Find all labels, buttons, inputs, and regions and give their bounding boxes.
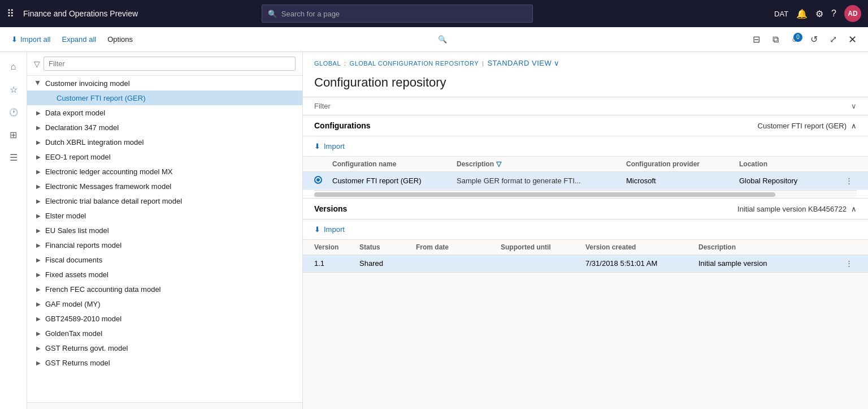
filter-icon: ▽ [34, 59, 40, 68]
settings-icon[interactable]: ⚙ [815, 8, 823, 19]
list-item[interactable]: ▶ Dutch XBRL integration model [27, 135, 302, 149]
filter-collapse-icon[interactable]: ∨ [851, 102, 857, 110]
bookmark-button[interactable]: ⊟ [747, 31, 765, 49]
table-row[interactable]: Customer FTI report (GER) Sample GER for… [303, 172, 868, 190]
search-placeholder: Search for a page [281, 10, 340, 18]
grid-menu-icon[interactable]: ⠿ [7, 7, 14, 20]
list-item[interactable]: ▶ Fixed assets model [27, 267, 302, 282]
list-item[interactable]: ▶ Electronic Messages framework model [27, 179, 302, 193]
detach-button[interactable]: ⧉ [766, 31, 784, 49]
row-description: Sample GER format to generate FTI... [457, 176, 626, 185]
configurations-import-button[interactable]: ⬇ Import [314, 140, 345, 153]
list-item[interactable]: ▶ GST Returns model [27, 355, 302, 370]
chevron-icon: ▶ [34, 255, 43, 264]
list-item[interactable]: ▶ Elster model [27, 208, 302, 223]
list-item[interactable]: ▶ GST Returns govt. model [27, 341, 302, 355]
chevron-icon: ▶ [34, 299, 43, 308]
versions-collapse-icon[interactable]: ∧ [851, 205, 857, 213]
ver-row-created: 7/31/2018 5:51:01 AM [585, 259, 698, 268]
col-header-name: Configuration name [332, 160, 457, 168]
list-item[interactable]: ▶ Electronic trial balance detail report… [27, 193, 302, 208]
row-radio[interactable] [314, 176, 332, 186]
chevron-icon: ▶ [34, 358, 43, 367]
expand-all-button[interactable]: Expand all [57, 33, 101, 46]
versions-header: Versions Initial sample version KB445672… [303, 199, 868, 219]
import-all-button[interactable]: ⬇ Import all [7, 33, 55, 46]
ver-row-more-icon[interactable]: ⋮ [845, 259, 857, 268]
nav-workspaces-icon[interactable]: ⊞ [3, 124, 24, 145]
list-item[interactable]: ▶ GBT24589-2010 model [27, 311, 302, 326]
table-row[interactable]: 1.1 Shared 7/31/2018 5:51:01 AM Initial … [303, 255, 868, 272]
configs-scrollbar[interactable] [314, 190, 857, 198]
filter-label: Filter [314, 102, 331, 110]
list-item[interactable]: ▶ GoldenTax model [27, 326, 302, 341]
row-provider: Microsoft [626, 176, 739, 185]
notifications-icon[interactable]: 🔔 [796, 8, 808, 19]
page-title: Configuration repository [314, 71, 857, 97]
refresh-button[interactable]: ↺ [805, 31, 823, 49]
chevron-icon: ▶ [34, 152, 43, 161]
row-location: Global Repository [739, 176, 845, 185]
badge-count: 0 [793, 33, 802, 42]
list-item[interactable]: ▶ Customer invoicing model [27, 76, 302, 91]
chevron-icon: ▶ [34, 285, 43, 294]
nav-list-icon[interactable]: ☰ [3, 147, 24, 167]
nav-recent-icon[interactable]: 🕐 [3, 102, 24, 122]
filter-bar: Filter ∨ [303, 97, 868, 115]
col-header-provider: Configuration provider [626, 160, 739, 168]
tree-scroll[interactable]: ▶ Customer invoicing model ▶ Customer FT… [27, 76, 302, 402]
close-button[interactable]: ✕ [843, 31, 861, 49]
chevron-icon: ▶ [34, 137, 43, 147]
list-item[interactable]: ▶ Fiscal documents [27, 252, 302, 267]
ver-row-description: Initial sample version [698, 259, 845, 268]
versions-header-right: Initial sample version KB4456722 ∧ [737, 205, 857, 213]
breadcrumb-global[interactable]: GLOBAL [314, 60, 341, 67]
tree-horizontal-scrollbar[interactable] [27, 402, 302, 409]
toolbar-search-icon[interactable]: 🔍 [438, 35, 447, 44]
list-item[interactable]: ▶ Data export model [27, 105, 302, 120]
list-item[interactable]: ▶ Financial reports model [27, 238, 302, 252]
open-new-button[interactable]: ⤢ [824, 31, 842, 49]
versions-selected-label: Initial sample version KB4456722 [737, 205, 847, 213]
chevron-icon: ▶ [34, 240, 43, 249]
import-down-icon2: ⬇ [314, 225, 320, 234]
list-item[interactable]: ▶ GAF model (MY) [27, 296, 302, 311]
tree-panel: ▽ ▶ Customer invoicing model ▶ Customer … [27, 52, 303, 409]
badge-wrap: ○ 0 [785, 31, 804, 49]
versions-title: Versions [314, 204, 347, 213]
configurations-collapse-icon[interactable]: ∧ [851, 122, 857, 130]
list-item[interactable]: ▶ EEO-1 report model [27, 149, 302, 164]
configurations-selected-label: Customer FTI report (GER) [758, 122, 847, 130]
list-item[interactable]: ▶ Customer FTI report (GER) [27, 91, 302, 105]
list-item[interactable]: ▶ French FEC accounting data model [27, 282, 302, 296]
row-config-name: Customer FTI report (GER) [332, 176, 457, 185]
top-nav-right: DAT 🔔 ⚙ ? AD [774, 5, 861, 22]
row-more-icon[interactable]: ⋮ [845, 176, 857, 185]
app-title: Finance and Operations Preview [23, 9, 138, 18]
list-item[interactable]: ▶ Declaration 347 model [27, 120, 302, 135]
global-search[interactable]: 🔍 Search for a page [262, 5, 533, 23]
nav-favorites-icon[interactable]: ☆ [3, 79, 24, 100]
options-button[interactable]: Options [103, 33, 137, 46]
chevron-icon: ▶ [34, 343, 43, 352]
import-down-icon: ⬇ [314, 142, 320, 150]
list-item[interactable]: ▶ Electronic ledger accounting model MX [27, 164, 302, 179]
breadcrumb-repo[interactable]: GLOBAL CONFIGURATION REPOSITORY [350, 60, 479, 67]
content-panel: GLOBAL : GLOBAL CONFIGURATION REPOSITORY… [303, 52, 868, 409]
chevron-icon: ▶ [34, 108, 43, 117]
avatar[interactable]: AD [844, 5, 861, 22]
view-selector[interactable]: Standard view ∨ [487, 59, 559, 67]
versions-import-button[interactable]: ⬇ Import [314, 223, 345, 236]
configurations-header-right: Customer FTI report (GER) ∧ [758, 122, 857, 130]
tree-filter-input[interactable] [44, 57, 296, 71]
scrollbar-track [314, 192, 775, 197]
filter-col-icon[interactable]: ▽ [496, 160, 501, 168]
col-header-description: Description ▽ [457, 160, 626, 168]
list-item[interactable]: ▶ EU Sales list model [27, 223, 302, 238]
chevron-icon: ▶ [34, 270, 43, 279]
ver-row-version: 1.1 [314, 259, 359, 268]
view-chevron-icon: ∨ [554, 59, 560, 67]
help-icon[interactable]: ? [831, 8, 836, 19]
nav-home-icon[interactable]: ⌂ [3, 57, 24, 77]
chevron-icon: ▶ [34, 167, 43, 176]
